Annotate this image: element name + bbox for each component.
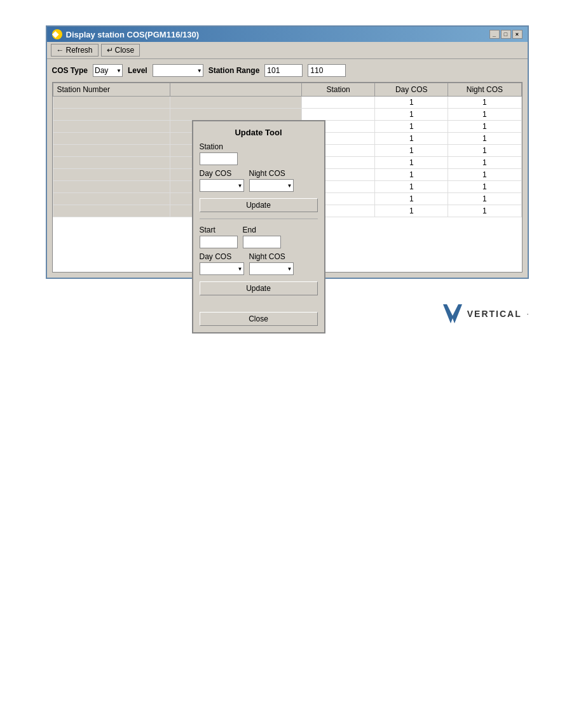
station-range-to-input[interactable]	[308, 64, 346, 77]
cell-night-cos: 1	[448, 109, 521, 121]
title-bar-left: ◆ Display station COS(PGM116/130)	[52, 29, 200, 39]
cell-station-number	[53, 145, 170, 157]
cell-station	[302, 97, 375, 109]
cell-station-number	[53, 157, 170, 169]
cell-day-cos: 1	[375, 193, 448, 205]
table-header-row: Station Number Station Day COS Night COS	[53, 83, 521, 97]
close-window-button[interactable]: ×	[512, 30, 523, 39]
tool-day-cos-col: Day COS	[200, 169, 244, 192]
cell-day-cos: 1	[375, 205, 448, 217]
tool-range-row: Start End	[200, 226, 318, 248]
station-range-label: Station Range	[208, 66, 260, 75]
level-select[interactable]	[153, 64, 203, 77]
tool-cos-row: Day COS Night COS	[200, 169, 318, 192]
cell-night-cos: 1	[448, 145, 521, 157]
col-empty	[170, 83, 301, 97]
cell-station-number	[53, 169, 170, 181]
end-label: End	[243, 226, 281, 234]
window-icon: ◆	[52, 29, 62, 39]
day-cos-select-wrapper-2	[200, 262, 244, 275]
station-input[interactable]	[200, 152, 238, 165]
page-wrapper: ◆ Display station COS(PGM116/130) _ □ × …	[13, 13, 561, 323]
cell-night-cos: 1	[448, 169, 521, 181]
tool-night-cos-col-2: Night COS	[249, 252, 294, 275]
night-cos-label-2: Night COS	[249, 252, 294, 261]
refresh-label: Refresh	[66, 46, 93, 55]
cell-station-number	[53, 133, 170, 145]
close-button[interactable]: ↵ Close	[101, 44, 140, 57]
cell-station-number	[53, 205, 170, 217]
cell-station-number	[53, 193, 170, 205]
cell-day-cos: 1	[375, 169, 448, 181]
window-title: Display station COS(PGM116/130)	[66, 30, 200, 39]
table-row[interactable]: 1 1	[53, 109, 521, 121]
day-cos-label-2: Day COS	[200, 252, 244, 261]
cos-type-label: COS Type	[52, 66, 88, 75]
minimize-button[interactable]: _	[489, 30, 500, 39]
table-head: Station Number Station Day COS Night COS	[53, 83, 521, 97]
tool-night-cos-col: Night COS	[249, 169, 294, 192]
table-row[interactable]: 1 1	[53, 97, 521, 109]
title-controls: _ □ ×	[489, 30, 523, 39]
start-label: Start	[200, 226, 238, 234]
col-night-cos: Night COS	[448, 83, 521, 97]
tool-section-2: Start End Day COS	[200, 226, 318, 302]
title-bar: ◆ Display station COS(PGM116/130) _ □ ×	[47, 27, 528, 42]
cell-day-cos: 1	[375, 121, 448, 133]
toolbar: ← Refresh ↵ Close	[47, 42, 528, 59]
cell-col2	[170, 97, 301, 109]
cell-station	[302, 109, 375, 121]
level-select-wrapper	[153, 64, 203, 77]
refresh-icon: ←	[57, 46, 64, 55]
end-input[interactable]	[243, 236, 281, 248]
cell-night-cos: 1	[448, 205, 521, 217]
col-station: Station	[302, 83, 375, 97]
cell-day-cos: 1	[375, 97, 448, 109]
station-range-from-input[interactable]	[264, 64, 303, 77]
cell-station-number	[53, 121, 170, 133]
col-day-cos: Day COS	[375, 83, 448, 97]
close-label: Close	[115, 46, 135, 55]
svg-marker-0	[443, 304, 462, 323]
refresh-button[interactable]: ← Refresh	[51, 44, 99, 57]
tool-close-button[interactable]: Close	[200, 312, 318, 326]
cell-night-cos: 1	[448, 193, 521, 205]
cell-day-cos: 1	[375, 181, 448, 193]
cell-night-cos: 1	[448, 133, 521, 145]
start-input[interactable]	[200, 236, 238, 248]
table-popup-container: Station Number Station Day COS Night COS	[52, 82, 523, 273]
maximize-button[interactable]: □	[501, 30, 511, 39]
level-label: Level	[128, 66, 147, 75]
night-cos-select-2[interactable]	[249, 262, 294, 275]
tool-section-1: Station Day COS	[200, 142, 318, 219]
update-tool-popup: Update Tool Station Day COS	[192, 120, 325, 334]
cell-col2	[170, 109, 301, 121]
cos-type-select-wrapper: Day Night	[93, 64, 123, 77]
station-label: Station	[200, 142, 318, 151]
update-button-2[interactable]: Update	[200, 281, 318, 295]
update-tool-title: Update Tool	[200, 128, 318, 137]
main-content: COS Type Day Night Level Station Range	[47, 59, 528, 278]
cell-day-cos: 1	[375, 109, 448, 121]
day-cos-select-wrapper	[200, 179, 244, 192]
vertical-logo-icon	[443, 304, 462, 323]
day-cos-select[interactable]	[200, 179, 244, 192]
logo-text: VERTICAL	[467, 309, 522, 319]
night-cos-select[interactable]	[249, 179, 294, 192]
cell-day-cos: 1	[375, 157, 448, 169]
update-button-1[interactable]: Update	[200, 198, 318, 212]
day-cos-select-2[interactable]	[200, 262, 244, 275]
close-icon: ↵	[107, 46, 113, 55]
cell-night-cos: 1	[448, 157, 521, 169]
main-window: ◆ Display station COS(PGM116/130) _ □ × …	[46, 25, 529, 279]
logo-area: VERTICAL ·	[443, 304, 529, 323]
tool-station-col: Station	[200, 142, 318, 165]
cos-type-select[interactable]: Day Night	[93, 64, 123, 77]
night-cos-label: Night COS	[249, 169, 294, 178]
cell-station-number	[53, 181, 170, 193]
cell-day-cos: 1	[375, 145, 448, 157]
cell-night-cos: 1	[448, 181, 521, 193]
tool-cos-row-2: Day COS Night COS	[200, 252, 318, 275]
cell-station-number	[53, 97, 170, 109]
tool-day-cos-col-2: Day COS	[200, 252, 244, 275]
